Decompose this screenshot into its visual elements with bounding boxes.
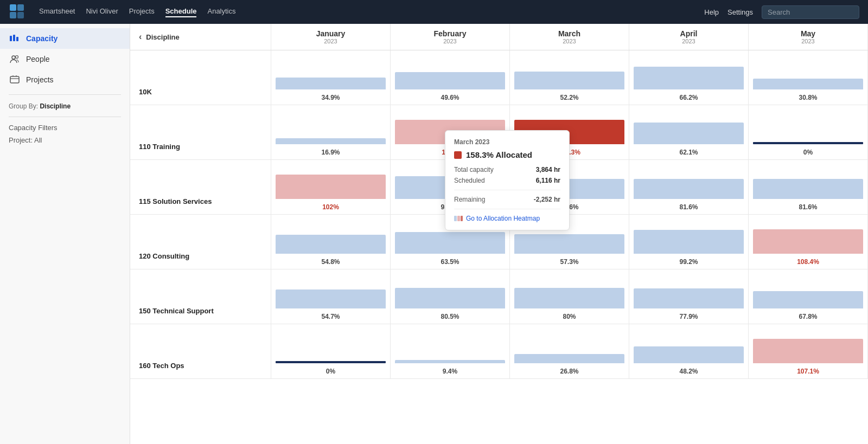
- sidebar-item-people[interactable]: People: [0, 49, 130, 69]
- tooltip-total-capacity: Total capacity 3,864 hr: [454, 166, 560, 173]
- capacity-bar: [395, 288, 505, 308]
- capacity-cell-4-0[interactable]: 54.7%: [271, 269, 391, 324]
- pct-label: 108.4%: [749, 258, 867, 266]
- topnav-smartsheet[interactable]: Smartsheet: [39, 7, 75, 17]
- heatmap-icon: [454, 216, 463, 221]
- bar-container: [634, 110, 744, 144]
- table-row: 160 Tech Ops0%9.4%26.8%48.2%107.1%: [130, 324, 868, 379]
- discipline-cell-5: 160 Tech Ops: [130, 324, 271, 378]
- discipline-header: ‹ Discipline: [130, 24, 271, 50]
- pct-label: 30.8%: [749, 94, 867, 101]
- capacity-bar: [753, 291, 863, 308]
- settings-link[interactable]: Settings: [727, 8, 753, 16]
- capacity-cell-3-0[interactable]: 54.8%: [271, 215, 391, 269]
- sidebar-divider-2: [9, 117, 121, 117]
- capacity-cell-2-3[interactable]: 81.6%: [629, 160, 749, 214]
- project-filter-label[interactable]: Project: All: [0, 134, 130, 146]
- capacity-cell-5-0[interactable]: 0%: [271, 324, 391, 378]
- pct-label: 81.6%: [749, 203, 867, 211]
- grid-header: ‹ Discipline January 2023 February 2023 …: [130, 24, 868, 50]
- capacity-cell-4-2[interactable]: 80%: [510, 269, 629, 324]
- sidebar-capacity-label: Capacity: [26, 34, 58, 43]
- svg-rect-12: [461, 216, 463, 221]
- discipline-col-label: Discipline: [146, 33, 179, 41]
- pct-label: 57.3%: [510, 258, 629, 266]
- capacity-cell-4-1[interactable]: 80.5%: [391, 269, 510, 324]
- capacity-bar: [276, 175, 386, 199]
- bar-container: [276, 110, 386, 144]
- svg-rect-10: [454, 216, 457, 221]
- capacity-bar: [753, 339, 863, 363]
- capacity-cell-3-3[interactable]: 99.2%: [629, 215, 749, 269]
- svg-rect-5: [13, 35, 15, 41]
- tooltip-link[interactable]: Go to Allocation Heatmap: [454, 215, 560, 222]
- capacity-bar: [514, 234, 624, 254]
- topnav-projects[interactable]: Projects: [129, 7, 155, 17]
- capacity-cell-5-4[interactable]: 107.1%: [749, 324, 868, 378]
- bar-container: [753, 219, 863, 254]
- pct-label: 62.1%: [629, 149, 748, 156]
- capacity-bar: [276, 78, 386, 89]
- bar-container: [395, 329, 505, 363]
- capacity-bar: [514, 354, 624, 363]
- bar-container: [276, 329, 386, 363]
- sidebar-item-projects[interactable]: Projects: [0, 69, 130, 90]
- bar-container: [753, 274, 863, 308]
- capacity-cell-4-4[interactable]: 67.8%: [749, 269, 868, 324]
- svg-rect-1: [17, 4, 24, 11]
- tooltip-divider-2: [454, 209, 560, 209]
- svg-rect-9: [10, 76, 19, 83]
- bar-container: [276, 274, 386, 308]
- capacity-cell-5-3[interactable]: 48.2%: [629, 324, 749, 378]
- bar-container: [634, 329, 744, 363]
- search-input[interactable]: [762, 5, 859, 19]
- capacity-bar: [514, 72, 624, 89]
- sidebar-projects-label: Projects: [26, 75, 54, 84]
- topnav-schedule[interactable]: Schedule: [165, 7, 197, 17]
- month-header-jan: January 2023: [271, 24, 391, 50]
- capacity-cell-3-4[interactable]: 108.4%: [749, 215, 868, 269]
- back-button[interactable]: ‹: [139, 32, 142, 42]
- pct-label: 80%: [510, 313, 629, 320]
- layout: Capacity People Projects: [0, 24, 868, 444]
- app-logo[interactable]: [9, 3, 26, 21]
- capacity-cell-5-1[interactable]: 9.4%: [391, 324, 510, 378]
- capacity-cell-4-3[interactable]: 77.9%: [629, 269, 749, 324]
- bar-container: [634, 164, 744, 199]
- capacity-bar: [753, 79, 863, 89]
- topnav-user[interactable]: Nivi Oliver: [86, 7, 118, 17]
- capacity-cell-2-4[interactable]: 81.6%: [749, 160, 868, 214]
- help-link[interactable]: Help: [704, 8, 719, 16]
- svg-point-7: [12, 56, 15, 59]
- capacity-cell-0-2[interactable]: 52.2%: [510, 50, 629, 105]
- capacity-cell-2-0[interactable]: 102%: [271, 160, 391, 214]
- capacity-cell-1-0[interactable]: 16.9%: [271, 105, 391, 159]
- svg-rect-4: [10, 36, 12, 41]
- svg-rect-11: [457, 216, 460, 221]
- capacity-cell-0-0[interactable]: 34.9%: [271, 50, 391, 105]
- pct-label: 77.9%: [629, 313, 748, 320]
- tooltip-scheduled: Scheduled 6,116 hr: [454, 177, 560, 184]
- svg-rect-3: [17, 12, 24, 18]
- capacity-cell-1-4[interactable]: 0%: [749, 105, 868, 159]
- month-header-mar: March 2023: [510, 24, 629, 50]
- bar-container: [276, 219, 386, 254]
- pct-label: 99.2%: [629, 258, 748, 266]
- table-row: 150 Technical Support54.7%80.5%80%77.9%6…: [130, 269, 868, 324]
- discipline-cell-0: 10K: [130, 50, 271, 105]
- projects-icon: [9, 74, 21, 86]
- pct-label: 102%: [271, 203, 390, 211]
- bar-container: [514, 329, 624, 363]
- sidebar-item-capacity[interactable]: Capacity: [0, 28, 130, 49]
- capacity-filters-label[interactable]: Capacity Filters: [0, 121, 130, 134]
- discipline-cell-2: 115 Solution Services: [130, 160, 271, 214]
- bar-container: [395, 274, 505, 308]
- topnav-analytics[interactable]: Analytics: [207, 7, 235, 17]
- capacity-cell-0-3[interactable]: 66.2%: [629, 50, 749, 105]
- capacity-cell-1-3[interactable]: 62.1%: [629, 105, 749, 159]
- capacity-bar: [634, 123, 744, 144]
- topnav-right: Help Settings: [704, 5, 859, 19]
- capacity-cell-0-4[interactable]: 30.8%: [749, 50, 868, 105]
- capacity-cell-5-2[interactable]: 26.8%: [510, 324, 629, 378]
- capacity-cell-0-1[interactable]: 49.6%: [391, 50, 510, 105]
